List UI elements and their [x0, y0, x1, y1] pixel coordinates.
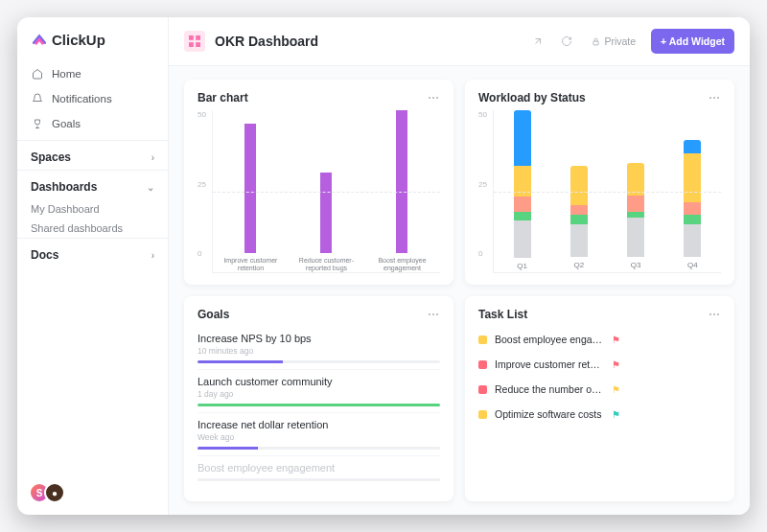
avatar[interactable]: ● — [44, 482, 65, 503]
trophy-icon — [31, 117, 44, 130]
page-title: OKR Dashboard — [215, 34, 519, 49]
chevron-right-icon: › — [151, 250, 154, 261]
svg-rect-0 — [189, 35, 194, 40]
section-docs: Docs › — [17, 238, 168, 267]
goal-title: Launch customer community — [198, 376, 440, 387]
app-window: ClickUp Home Notifications Goals Spaces … — [17, 17, 750, 515]
goal-title: Increase net dollar retention — [198, 419, 440, 430]
svg-rect-4 — [593, 41, 598, 45]
svg-rect-3 — [196, 42, 200, 47]
card-title: Task List — [478, 308, 527, 321]
card-title: Goals — [198, 308, 229, 321]
refresh-icon[interactable] — [557, 32, 576, 51]
svg-rect-1 — [196, 35, 200, 40]
stack-segment[interactable] — [514, 220, 531, 257]
goal-item[interactable]: Increase NPS by 10 bps10 minutes ago — [198, 327, 440, 370]
expand-icon[interactable] — [528, 32, 547, 51]
goal-item[interactable]: Launch customer community1 day ago — [198, 370, 440, 413]
stack-segment[interactable] — [684, 153, 701, 202]
status-square-icon — [478, 335, 487, 344]
goal-subtitle: 1 day ago — [198, 389, 440, 399]
progress-bar — [198, 360, 440, 363]
stack-segment[interactable] — [570, 224, 588, 257]
workload-card: Workload by Status ⋯ 50250Q1Q2Q3Q4 — [465, 80, 734, 285]
goal-item[interactable]: Increase net dollar retentionWeek ago — [198, 413, 440, 456]
stack-label: Q4 — [687, 261, 698, 272]
stack-segment[interactable] — [684, 215, 701, 224]
section-dashboards: Dashboards ⌄ My Dashboard Shared dashboa… — [17, 170, 168, 238]
svg-rect-2 — [189, 42, 194, 47]
tasklist-card: Task List ⋯ Boost employee engagement⚑Im… — [465, 296, 734, 501]
widget-grid: Bar chart ⋯ 50250Improve customer retent… — [169, 66, 750, 515]
stack-segment[interactable] — [570, 215, 588, 224]
more-icon[interactable]: ⋯ — [428, 308, 440, 321]
stack-segment[interactable] — [684, 224, 701, 257]
sidebar-item-my-dashboard[interactable]: My Dashboard — [17, 199, 168, 219]
bar-label: Reduce customer-reported bugs — [297, 257, 355, 272]
clickup-logo-icon — [31, 31, 48, 48]
sidebar-item-shared-dashboards[interactable]: Shared dashboards — [17, 219, 168, 238]
bar[interactable] — [320, 173, 332, 254]
stack-segment[interactable] — [570, 205, 588, 215]
dashboard-icon — [184, 31, 205, 52]
more-icon[interactable]: ⋯ — [428, 91, 440, 104]
lock-icon — [592, 37, 600, 46]
more-icon[interactable]: ⋯ — [709, 308, 721, 321]
spaces-header[interactable]: Spaces › — [17, 141, 168, 170]
privacy-toggle[interactable]: Private — [586, 35, 641, 47]
nav-home-label: Home — [52, 68, 81, 80]
bar[interactable] — [396, 110, 407, 253]
task-row[interactable]: Boost employee engagement⚑ — [478, 327, 721, 352]
spaces-label: Spaces — [31, 150, 71, 164]
stack-segment[interactable] — [514, 212, 531, 221]
bar[interactable] — [244, 124, 256, 253]
goal-title: Boost employee engagement — [198, 462, 440, 474]
task-row[interactable]: Optimize software costs⚑ — [478, 402, 721, 427]
stack-segment[interactable] — [627, 218, 644, 257]
nav-goals[interactable]: Goals — [17, 111, 168, 136]
task-row[interactable]: Improve customer retention and…⚑ — [478, 352, 721, 377]
brand-logo[interactable]: ClickUp — [17, 17, 168, 58]
dashboards-header[interactable]: Dashboards ⌄ — [17, 171, 168, 199]
flag-icon[interactable]: ⚑ — [612, 409, 721, 420]
card-title: Workload by Status — [478, 91, 586, 104]
stack-segment[interactable] — [570, 166, 588, 205]
goal-subtitle: Week ago — [198, 432, 440, 442]
goal-item[interactable]: Boost employee engagement — [198, 456, 440, 487]
progress-bar — [198, 447, 440, 450]
flag-icon[interactable]: ⚑ — [612, 335, 721, 345]
progress-bar — [198, 404, 440, 406]
stack-label: Q1 — [517, 262, 527, 272]
topbar: OKR Dashboard Private + Add Widget — [169, 17, 750, 66]
sidebar: ClickUp Home Notifications Goals Spaces … — [17, 17, 169, 515]
goals-list: Increase NPS by 10 bps10 minutes agoLaun… — [198, 327, 440, 487]
docs-header[interactable]: Docs › — [17, 239, 168, 267]
stack-segment[interactable] — [627, 196, 644, 212]
task-row[interactable]: Reduce the number of Customer…⚑ — [478, 377, 721, 402]
stack-segment[interactable] — [627, 212, 644, 219]
add-widget-button[interactable]: + Add Widget — [651, 29, 734, 54]
goal-subtitle: 10 minutes ago — [198, 346, 440, 356]
flag-icon[interactable]: ⚑ — [612, 384, 721, 395]
stack-label: Q2 — [573, 261, 584, 272]
task-label: Reduce the number of Customer… — [495, 383, 604, 395]
docs-label: Docs — [31, 248, 58, 262]
nav-goals-label: Goals — [52, 118, 81, 129]
dashboards-label: Dashboards — [31, 180, 97, 194]
chevron-right-icon: › — [151, 152, 154, 163]
stack-segment[interactable] — [684, 202, 701, 216]
nav-notifications-label: Notifications — [52, 93, 112, 104]
task-label: Improve customer retention and… — [495, 359, 604, 370]
status-square-icon — [478, 385, 487, 394]
stack-segment[interactable] — [514, 197, 531, 212]
nav-notifications[interactable]: Notifications — [17, 86, 168, 111]
privacy-label: Private — [604, 35, 636, 47]
task-label: Optimize software costs — [495, 408, 604, 420]
more-icon[interactable]: ⋯ — [709, 91, 721, 104]
nav-home[interactable]: Home — [17, 61, 168, 86]
flag-icon[interactable]: ⚑ — [612, 359, 721, 370]
stack-label: Q3 — [631, 261, 641, 272]
progress-bar — [198, 478, 440, 481]
stack-segment[interactable] — [684, 140, 701, 153]
stack-segment[interactable] — [514, 110, 531, 166]
